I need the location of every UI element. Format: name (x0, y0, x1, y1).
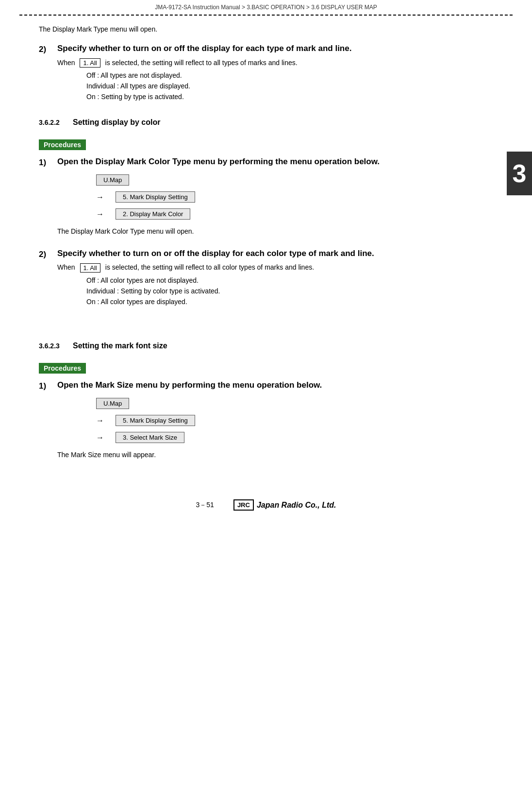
menu-flow-row-1: → 5. Mark Display Setting (96, 191, 195, 203)
list-item: On : All color types are displayed. (86, 298, 493, 306)
procedures-badge-1: Procedures (39, 139, 86, 150)
list-item: Off : All color types are not displayed. (86, 276, 493, 284)
menu-flow-row-3: → 5. Mark Display Setting (96, 415, 195, 426)
header-text: JMA-9172-SA Instruction Manual > 3.BASIC… (155, 4, 377, 11)
section-3623-id: 3.6.2.3 (39, 342, 73, 350)
section-3623-title: Setting the mark font size (73, 342, 167, 350)
step-3622-2-body: Specify whether to turn on or off the di… (57, 249, 493, 309)
chapter-tab: 3 (507, 152, 532, 195)
page-number: 3－51 (196, 501, 214, 510)
step-3622-1-body: Open the Display Mark Color Type menu by… (57, 157, 493, 242)
mark-display-setting-btn-1[interactable]: 5. Mark Display Setting (116, 191, 195, 203)
step-3622-1-after: The Display Mark Color Type menu will op… (57, 227, 493, 235)
jrc-company-name: Japan Radio Co., Ltd. (257, 501, 336, 510)
top-when-line: When 1. All is selected, the setting wil… (57, 58, 493, 68)
section-3623: 3.6.2.3 Setting the mark font size (39, 337, 493, 355)
list-item: Individual : Setting by color type is ac… (86, 287, 493, 295)
select-mark-size-btn[interactable]: 3. Select Mark Size (116, 432, 184, 443)
menu-flow-1: U.Map → 5. Mark Display Setting → 2. Dis… (96, 174, 493, 220)
step-3622-1-num: 1) (39, 157, 57, 168)
procedures-badge-2: Procedures (39, 363, 86, 374)
step-3622-1-heading: Open the Display Mark Color Type menu by… (57, 157, 493, 167)
when-prefix-2: When (57, 263, 75, 271)
top-when-prefix: When (57, 59, 75, 67)
arrow-icon-2: → (96, 210, 108, 219)
top-step2-heading: Specify whether to turn on or off the di… (57, 44, 493, 53)
list-item: Off : All types are not displayed. (86, 71, 493, 79)
top-list: Off : All types are not displayed. Indiv… (86, 71, 493, 101)
list-item: On : Setting by type is activated. (86, 93, 493, 101)
step-3622-2: 2) Specify whether to turn on or off the… (39, 249, 493, 309)
step-3622-2-heading: Specify whether to turn on or off the di… (57, 249, 493, 258)
menu-flow-row-umap-2: U.Map (96, 398, 129, 409)
step-3623-1-body: Open the Mark Size menu by performing th… (57, 380, 493, 465)
top-step2-body: Specify whether to turn on or off the di… (57, 44, 493, 104)
section-3622: 3.6.2.2 Setting display by color (39, 113, 493, 132)
jrc-box-label: JRC (233, 499, 254, 511)
section-3622-id: 3.6.2.2 (39, 119, 73, 126)
step-3623-1-heading: Open the Mark Size menu by performing th… (57, 380, 493, 390)
menu-flow-row-4: → 3. Select Mark Size (96, 432, 184, 443)
menu-flow-2: U.Map → 5. Mark Display Setting → 3. Sel… (96, 398, 493, 443)
step-3623-1-after: The Mark Size menu will appear. (57, 451, 493, 459)
page-header: JMA-9172-SA Instruction Manual > 3.BASIC… (0, 0, 532, 13)
top-when-badge: 1. All (80, 58, 100, 68)
list-item: Individual : All types are displayed. (86, 82, 493, 90)
jrc-logo: JRC Japan Radio Co., Ltd. (233, 499, 336, 511)
main-content: 3 The Display Mark Type menu will open. … (0, 16, 532, 482)
top-when-suffix: is selected, the setting will reflect to… (105, 59, 298, 67)
top-intro: The Display Mark Type menu will open. (39, 25, 493, 33)
umap-button-2[interactable]: U.Map (96, 398, 129, 409)
arrow-icon-3: → (96, 416, 108, 425)
when-suffix-2: is selected, the setting will reflect to… (105, 263, 314, 271)
step-3623-1-num: 1) (39, 380, 57, 391)
arrow-icon-1: → (96, 193, 108, 202)
mark-display-setting-btn-2[interactable]: 5. Mark Display Setting (116, 415, 195, 426)
page-footer: 3－51 JRC Japan Radio Co., Ltd. (0, 492, 532, 518)
umap-button[interactable]: U.Map (96, 174, 129, 186)
step-3622-2-num: 2) (39, 249, 57, 259)
section-3622-title: Setting display by color (73, 118, 160, 127)
step-3622-2-list: Off : All color types are not displayed.… (86, 276, 493, 306)
when-badge-2: 1. All (80, 263, 100, 273)
display-mark-color-btn[interactable]: 2. Display Mark Color (116, 208, 190, 220)
step-3623-1: 1) Open the Mark Size menu by performing… (39, 380, 493, 465)
menu-flow-row-2: → 2. Display Mark Color (96, 208, 190, 220)
arrow-icon-4: → (96, 433, 108, 442)
top-step2: 2) Specify whether to turn on or off the… (39, 44, 493, 104)
step-3622-2-when: When 1. All is selected, the setting wil… (57, 263, 493, 273)
step-3622-1: 1) Open the Display Mark Color Type menu… (39, 157, 493, 242)
top-step2-num: 2) (39, 44, 57, 54)
menu-flow-row-umap: U.Map (96, 174, 129, 186)
